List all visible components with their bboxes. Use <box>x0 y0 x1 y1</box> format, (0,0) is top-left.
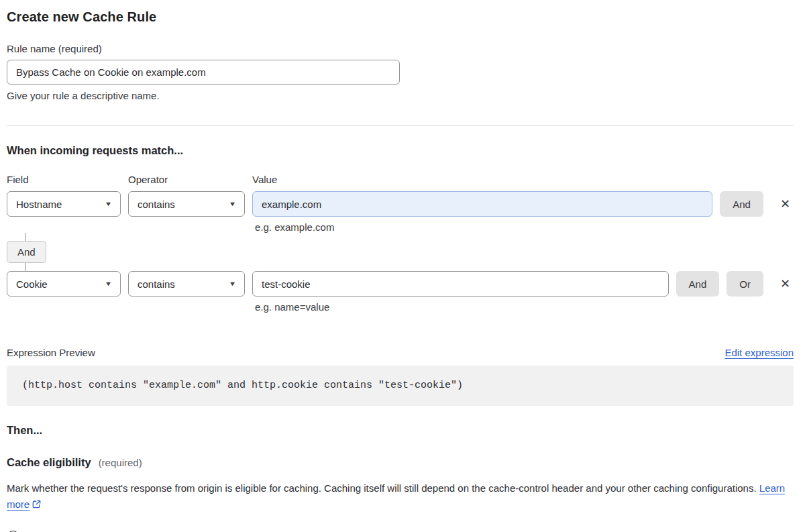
condition-row: Cookie ▼ contains ▼ And Or ✕ <box>7 271 794 297</box>
value-hint: e.g. example.com <box>255 221 794 233</box>
expression-preview-label: Expression Preview <box>7 347 95 358</box>
edit-expression-link[interactable]: Edit expression <box>724 347 794 358</box>
required-tag: (required) <box>99 457 142 468</box>
field-select-value: Cookie <box>16 278 48 290</box>
add-and-condition-button[interactable]: And <box>720 191 763 217</box>
then-heading: Then... <box>7 424 794 437</box>
description-text: Mark whether the request's response from… <box>7 482 757 494</box>
chevron-down-icon: ▼ <box>105 201 113 207</box>
match-heading: When incoming requests match... <box>7 144 794 157</box>
chevron-down-icon: ▼ <box>105 280 113 287</box>
rule-name-section: Rule name (required) Give your rule a de… <box>7 43 794 101</box>
external-link-icon[interactable] <box>32 498 42 514</box>
condition-row: Hostname ▼ contains ▼ And ✕ <box>7 191 794 217</box>
operator-select[interactable]: contains ▼ <box>128 191 245 217</box>
rule-name-help: Give your rule a descriptive name. <box>7 90 794 101</box>
add-and-condition-button[interactable]: And <box>676 271 720 297</box>
field-select-value: Hostname <box>16 199 62 210</box>
value-hint: e.g. name=value <box>255 301 794 313</box>
remove-condition-icon[interactable]: ✕ <box>777 276 794 291</box>
field-select[interactable]: Cookie ▼ <box>7 271 121 297</box>
value-column-label: Value <box>252 174 794 185</box>
condition-column-headers: Field Operator Value <box>7 174 794 185</box>
rule-name-label: Rule name (required) <box>7 43 794 54</box>
chevron-down-icon: ▼ <box>229 201 237 207</box>
expression-preview-header: Expression Preview Edit expression <box>7 347 794 358</box>
cache-eligibility-description: Mark whether the request's response from… <box>7 480 789 514</box>
value-input[interactable] <box>252 271 669 297</box>
value-input[interactable] <box>252 191 712 217</box>
cache-eligibility-heading: Cache eligibility <box>7 456 91 469</box>
field-column-label: Field <box>7 174 121 185</box>
field-select[interactable]: Hostname ▼ <box>7 191 121 217</box>
create-cache-rule-page: Create new Cache Rule Rule name (require… <box>0 0 805 532</box>
operator-select[interactable]: contains ▼ <box>128 271 245 297</box>
cache-eligibility-header: Cache eligibility (required) <box>7 456 794 469</box>
condition-connector: And <box>7 233 794 271</box>
connector-and-button[interactable]: And <box>7 241 46 263</box>
operator-select-value: contains <box>138 278 175 290</box>
chevron-down-icon: ▼ <box>229 280 237 287</box>
page-title: Create new Cache Rule <box>7 9 794 25</box>
rule-name-input[interactable] <box>7 60 400 85</box>
remove-condition-icon[interactable]: ✕ <box>777 197 794 211</box>
expression-code: (http.host contains "example.com" and ht… <box>7 366 794 406</box>
operator-column-label: Operator <box>128 174 245 185</box>
section-divider <box>7 125 794 126</box>
operator-select-value: contains <box>138 199 175 210</box>
add-or-condition-button[interactable]: Or <box>727 271 763 297</box>
